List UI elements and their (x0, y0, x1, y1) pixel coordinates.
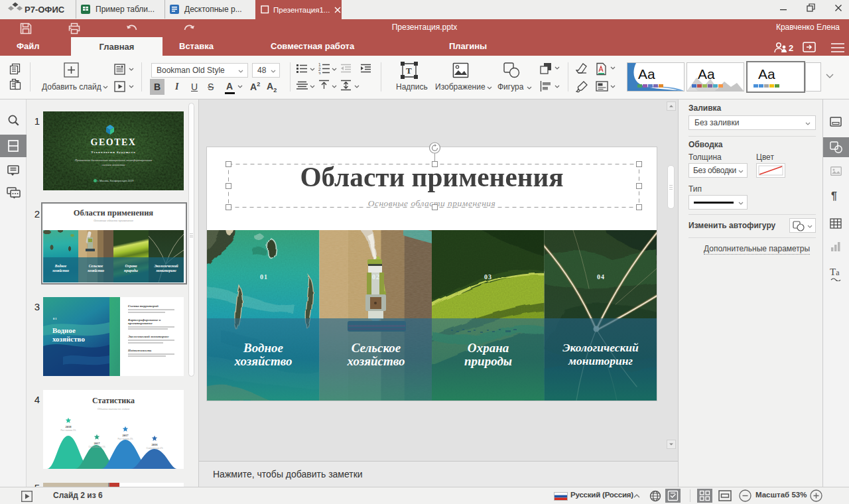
svg-text:2017: 2017 (94, 442, 101, 445)
svg-text:2016: 2016 (152, 443, 159, 446)
svg-text:T: T (406, 66, 412, 76)
svg-text:Стабилизация 1%: Стабилизация 1% (88, 446, 105, 448)
svg-text:Рост вылова 5%: Рост вылова 5% (61, 429, 76, 432)
svg-text:01: 01 (260, 273, 268, 281)
svg-text:2018: 2018 (66, 425, 72, 428)
svg-text:04: 04 (597, 273, 605, 281)
svg-text:1: 1 (318, 62, 321, 67)
svg-text:Рост вылова 3%: Рост вылова 3% (118, 438, 133, 440)
svg-text:2017: 2017 (123, 434, 129, 437)
svg-text:2: 2 (789, 43, 793, 53)
svg-text:Стабилизация 0%: Стабилизация 0% (146, 447, 163, 450)
svg-text:03: 03 (484, 273, 492, 281)
svg-text:02: 02 (372, 273, 380, 281)
svg-text:3: 3 (318, 72, 321, 75)
